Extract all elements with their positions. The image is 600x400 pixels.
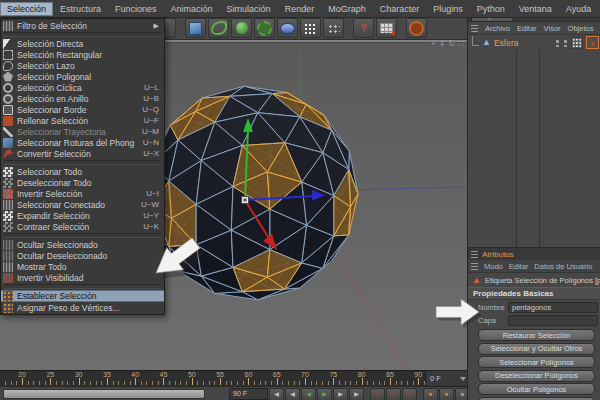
ruler-label-85: 85 — [382, 371, 398, 378]
layer-input[interactable] — [508, 315, 598, 326]
toolbar-cube-icon[interactable] — [185, 18, 206, 38]
toolbar-grid-arrow-icon[interactable] — [376, 18, 397, 38]
object-name[interactable]: Esfera — [494, 38, 552, 48]
button-ocultar-polígonos[interactable]: Ocultar Polígonos — [478, 383, 595, 395]
menubar-item-simulación[interactable]: Simulación — [220, 2, 278, 16]
button-deseleccionar-polígonos[interactable]: Deseleccionar Polígonos — [478, 370, 595, 382]
menubar-item-python[interactable]: Python — [470, 2, 512, 16]
menubar-item-funciones[interactable]: Funciones — [108, 2, 164, 16]
menu-item-seleccionar-borde[interactable]: Seleccionar BordeU~Q — [1, 104, 164, 115]
button-mostrar-polígonos[interactable]: Mostrar Polígonos — [478, 397, 595, 400]
toolbar-sphere-object-icon[interactable] — [231, 18, 252, 38]
menu-item-deseleccionar-todo[interactable]: Deseleccionar Todo — [1, 177, 164, 188]
go-end-button[interactable]: ▶ — [349, 388, 364, 400]
menu-item-selecci-n-poligonal[interactable]: Selección Poligonal — [1, 71, 164, 82]
toggle-2[interactable]: ■ — [439, 388, 454, 400]
ruler-label-50: 50 — [184, 371, 200, 378]
attr-menu-modo[interactable]: Modo — [484, 262, 503, 271]
menu-item-invertir-selecci-n[interactable]: Invertir SelecciónU~I — [1, 188, 164, 199]
zoom-icon[interactable]: ⇕ — [439, 40, 446, 48]
panel-menu-icon[interactable] — [471, 25, 478, 32]
button-restaurar-selección[interactable]: Restaurar Selección — [478, 329, 595, 341]
menubar-item-ayuda[interactable]: Ayuda — [559, 2, 598, 16]
toolbar-target-icon[interactable] — [406, 18, 427, 38]
om-menu-objetos[interactable]: Objetos — [568, 24, 594, 33]
object-tree-area[interactable] — [468, 50, 600, 247]
grid-red-menu-icon — [3, 273, 13, 283]
basic-properties-section[interactable]: Propiedades Básicas — [468, 287, 600, 300]
attributes-burger-icon[interactable] — [471, 263, 478, 270]
menu-item-rellenar-selecci-n[interactable]: Rellenar SelecciónU~F — [1, 115, 164, 126]
menubar-item-animación[interactable]: Animación — [164, 2, 220, 16]
menubar-item-plugins[interactable]: Plugins — [426, 2, 470, 16]
polygon-object-icon[interactable]: ▲ — [482, 38, 491, 47]
menu-item-mostrar-todo[interactable]: Mostrar Todo — [1, 261, 164, 272]
key-position-button[interactable]: ● — [386, 388, 401, 400]
toolbar-dots-icon[interactable] — [323, 18, 344, 38]
maximize-icon[interactable]: □ — [458, 40, 463, 48]
name-input[interactable]: pentagonos — [508, 302, 598, 313]
menu-item-selecci-n-en-anillo[interactable]: Selección en AnilloU~B — [1, 93, 164, 104]
menu-item-expandir-selecci-n[interactable]: Expandir SelecciónU~Y — [1, 210, 164, 221]
toggle-1[interactable]: ■ — [423, 388, 438, 400]
menu-item-filtro-de-selecci-n[interactable]: Filtro de Selección▶ — [1, 20, 164, 31]
play-button[interactable]: ▶ — [317, 388, 332, 400]
prev-key-button[interactable]: ◀ — [285, 388, 300, 400]
toolbar-help-cursor-icon[interactable]: ? — [353, 18, 374, 38]
menu-item-seleccionar-conectado[interactable]: Seleccionar ConectadoU~W — [1, 199, 164, 210]
rotate-icon[interactable]: ↻ — [448, 40, 455, 48]
object-row-esfera[interactable]: ▲ Esfera ▲ — [468, 35, 600, 50]
menu-item-asignar-peso-de-v-rtices[interactable]: Asignar Peso de Vértices... — [1, 302, 164, 313]
menu-item-selecci-n-lazo[interactable]: Selección Lazo — [1, 60, 164, 71]
end-frame-field[interactable]: 90 F — [229, 388, 268, 400]
menu-item-label: Deseleccionar Todo — [17, 178, 159, 188]
menu-item-establecer-selecci-n[interactable]: Establecer Selección — [1, 290, 164, 302]
point-selection-tag-icon[interactable] — [571, 37, 583, 49]
menubar-item-selección[interactable]: Selección — [0, 2, 53, 16]
attributes-menu-icon[interactable] — [471, 251, 478, 258]
render-dots-icon[interactable] — [563, 38, 568, 47]
button-seleccionar-y-ocultar-otros[interactable]: Seleccionar y Ocultar Otros — [478, 343, 595, 355]
toolbar-spline-icon[interactable] — [208, 18, 229, 38]
attr-menu-datos-de-usuario[interactable]: Datos de Usuario — [534, 262, 592, 271]
menu-item-ocultar-deseleccionado[interactable]: Ocultar Deseleccionado — [1, 250, 164, 261]
toolbar-oval-icon[interactable] — [277, 18, 298, 38]
frame-spinner-icon[interactable] — [460, 377, 466, 381]
timeline-ruler[interactable]: 202530354045505560657075808590 — [0, 370, 425, 386]
toolbar-particles-icon[interactable] — [300, 18, 321, 38]
menubar-item-mograph[interactable]: MoGraph — [321, 2, 373, 16]
menubar-item-estructura[interactable]: Estructura — [53, 2, 108, 16]
menu-item-ocultar-seleccionado[interactable]: Ocultar Seleccionado — [1, 239, 164, 250]
om-menu-archivo[interactable]: Archivo — [485, 24, 510, 33]
go-start-button[interactable]: ◀ — [269, 388, 284, 400]
menu-item-invertir-visibilidad[interactable]: Invertir Visibilidad — [1, 272, 164, 283]
next-key-button[interactable]: ▶ — [333, 388, 348, 400]
menu-item-selecci-n-rectangular[interactable]: Selección Rectangular — [1, 49, 164, 60]
ruler-label-70: 70 — [297, 371, 313, 378]
menu-item-seleccionar-roturas-del-phong[interactable]: Seleccionar Roturas del PhongU~N — [1, 137, 164, 148]
menu-item-seleccionar-trayectoria[interactable]: Seleccionar TrayectoriaU~M — [1, 126, 164, 137]
key-scale-button[interactable]: ● — [402, 388, 417, 400]
pan-icon[interactable]: + — [431, 40, 436, 48]
menu-item-convertir-selecci-n[interactable]: Convertir SelecciónU~X — [1, 148, 164, 159]
timeline-range-slider[interactable] — [3, 389, 205, 399]
toolbar-gear-icon[interactable] — [254, 18, 275, 38]
menu-item-contraer-selecci-n[interactable]: Contraer SelecciónU~K — [1, 221, 164, 232]
button-seleccionar-polígonos[interactable]: Seleccionar Polígonos — [478, 356, 595, 368]
menu-item-seleccionar-todo[interactable]: Seleccionar Todo — [1, 166, 164, 177]
play-back-button[interactable]: ◀ — [301, 388, 316, 400]
menu-item-label: Convertir Selección — [17, 149, 143, 159]
menubar-item-character[interactable]: Character — [373, 2, 427, 16]
menu-shortcut: U~Q — [142, 105, 159, 114]
visibility-dots-icon[interactable] — [555, 38, 560, 47]
menubar-item-ventana[interactable]: Ventana — [512, 2, 559, 16]
polygon-selection-tag-icon[interactable]: ▲ — [586, 36, 599, 49]
record-button[interactable]: ● — [370, 388, 385, 400]
attr-menu-editar[interactable]: Editar — [509, 262, 529, 271]
menubar-item-render[interactable]: Render — [278, 2, 322, 16]
om-menu-editar[interactable]: Editar — [517, 24, 537, 33]
current-frame-field[interactable]: 0 F — [425, 370, 469, 387]
menu-item-selecci-n-c-clica[interactable]: Selección CíclicaU~L — [1, 82, 164, 93]
menu-item-selecci-n-directa[interactable]: Selección Directa — [1, 38, 164, 49]
om-menu-visor[interactable]: Visor — [544, 24, 561, 33]
